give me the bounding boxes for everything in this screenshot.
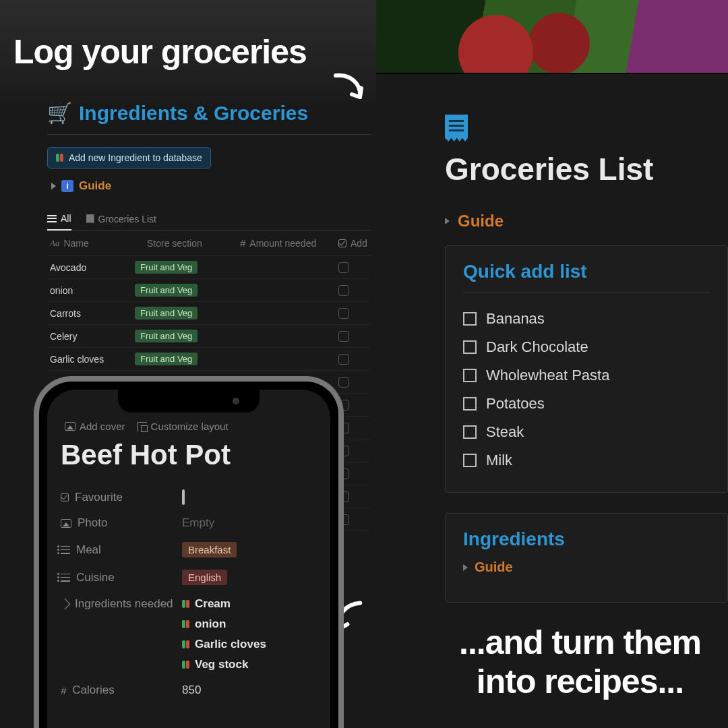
page-actions: Add cover Customize layout	[61, 421, 317, 432]
chevron-right-icon	[51, 183, 56, 189]
groceries-list-panel: Groceries List Guide Quick add list Bana…	[445, 115, 728, 623]
checkbox[interactable]	[463, 312, 477, 326]
guide-toggle[interactable]: i Guide	[47, 179, 371, 193]
meal-tag: Breakfast	[182, 542, 237, 557]
divider	[463, 292, 710, 293]
checkbox[interactable]	[182, 489, 185, 505]
bottle-icon	[182, 600, 189, 608]
page-title: Groceries List	[445, 151, 728, 187]
checkbox[interactable]	[463, 369, 477, 382]
recipe-title: Beef Hot Pot	[61, 439, 317, 471]
checkbox[interactable]	[338, 262, 349, 273]
bottle-icon	[56, 154, 63, 162]
receipt-icon	[445, 115, 468, 142]
checkbox[interactable]	[338, 377, 349, 388]
ingredient-link[interactable]: onion	[182, 617, 317, 631]
add-cover-button[interactable]: Add cover	[65, 421, 125, 432]
ingredient-link[interactable]: Veg stock	[182, 658, 317, 671]
col-name: AaName	[50, 238, 131, 249]
checkbox[interactable]	[338, 285, 349, 296]
cart-icon: 🛒	[47, 101, 72, 125]
relation-icon	[59, 599, 71, 610]
tab-all-label: All	[61, 213, 71, 224]
checkbox[interactable]	[463, 454, 477, 467]
bottle-icon	[182, 640, 189, 648]
guide-toggle[interactable]: Guide	[463, 559, 710, 575]
hash-icon: #	[240, 237, 245, 249]
panel-title-text: Ingredients & Groceries	[79, 102, 308, 125]
tab-groceries[interactable]: Groceries List	[86, 209, 156, 230]
prop-calories[interactable]: #Calories 850	[61, 677, 317, 703]
image-icon	[65, 422, 75, 431]
ingredient-link[interactable]: Garlic cloves	[182, 638, 317, 651]
phone-frame: Add cover Customize layout Beef Hot Pot …	[34, 376, 344, 728]
receipt-icon	[86, 214, 94, 224]
list-icon	[61, 574, 70, 582]
layout-icon	[138, 422, 147, 431]
col-add: Add	[338, 238, 379, 249]
checkbox[interactable]	[463, 425, 477, 439]
phone-notch	[118, 390, 260, 413]
prop-meal[interactable]: Meal Breakfast	[61, 536, 317, 564]
guide-label: Guide	[458, 212, 504, 231]
ingredients-card: Ingredients Guide	[445, 513, 728, 603]
prop-photo[interactable]: Photo Empty	[61, 510, 317, 536]
checklist-item[interactable]: Steak	[463, 418, 710, 446]
prop-favourite[interactable]: Favourite	[61, 485, 317, 510]
checkbox[interactable]	[338, 331, 349, 342]
cuisine-tag: English	[182, 570, 227, 585]
quick-add-heading: Quick add list	[463, 261, 710, 282]
guide-label: Guide	[79, 179, 111, 193]
produce-photo	[376, 0, 728, 74]
checkbox-icon	[61, 493, 69, 502]
tab-groceries-label: Groceries List	[98, 214, 156, 224]
tab-all[interactable]: All	[47, 209, 71, 231]
checkbox-icon	[338, 239, 346, 247]
view-tabs: All Groceries List	[47, 209, 371, 231]
table-row[interactable]: CeleryFruit and Veg	[47, 325, 371, 348]
checklist-item[interactable]: Bananas	[463, 305, 710, 333]
guide-label: Guide	[475, 559, 513, 575]
headline-bottom: ...and turn them into recipes...	[459, 624, 701, 701]
divider	[47, 134, 371, 135]
checkbox[interactable]	[463, 340, 477, 354]
checkbox[interactable]	[463, 397, 477, 411]
list-icon	[47, 215, 57, 222]
info-icon: i	[61, 180, 73, 192]
checkbox[interactable]	[338, 354, 349, 365]
chevron-right-icon	[445, 218, 450, 224]
guide-toggle[interactable]: Guide	[445, 212, 728, 231]
checklist-item[interactable]: Milk	[463, 446, 710, 475]
add-ingredient-button[interactable]: Add new Ingredient to database	[47, 147, 211, 169]
quick-add-card: Quick add list Bananas Dark Chocolate Wh…	[445, 245, 728, 493]
bottle-icon	[182, 620, 189, 628]
text-icon: Aa	[50, 238, 59, 249]
prop-cuisine[interactable]: Cuisine English	[61, 564, 317, 591]
table-row[interactable]: onionFruit and Veg	[47, 279, 371, 302]
checkbox[interactable]	[338, 308, 349, 319]
table-row[interactable]: CarrotsFruit and Veg	[47, 302, 371, 325]
table-header: AaName Store section #Amount needed Add	[47, 231, 371, 256]
list-icon	[135, 239, 143, 247]
checklist-item[interactable]: Potatoes	[463, 390, 710, 418]
prop-ingredients[interactable]: Ingredients needed Cream onion Garlic cl…	[61, 591, 317, 677]
headline-top: Log your groceries	[13, 32, 307, 71]
ingredient-link[interactable]: Cream	[182, 597, 317, 611]
hash-icon: #	[61, 685, 66, 696]
checklist-item[interactable]: Dark Chocolate	[463, 333, 710, 361]
panel-title: 🛒 Ingredients & Groceries	[47, 101, 371, 125]
col-amount: #Amount needed	[240, 237, 334, 249]
table-row[interactable]: AvocadoFruit and Veg	[47, 256, 371, 279]
list-icon	[61, 546, 70, 554]
checklist-item[interactable]: Wholewheat Pasta	[463, 361, 710, 390]
customize-layout-button[interactable]: Customize layout	[138, 421, 229, 432]
bottle-icon	[182, 661, 189, 669]
phone-screen: Add cover Customize layout Beef Hot Pot …	[47, 390, 330, 728]
add-button-label: Add new Ingredient to database	[69, 152, 202, 163]
chevron-right-icon	[463, 564, 468, 571]
table-row[interactable]: Garlic clovesFruit and Veg	[47, 348, 371, 371]
ingredients-heading: Ingredients	[463, 528, 710, 550]
image-icon	[61, 519, 71, 528]
col-section: Store section	[135, 238, 236, 249]
